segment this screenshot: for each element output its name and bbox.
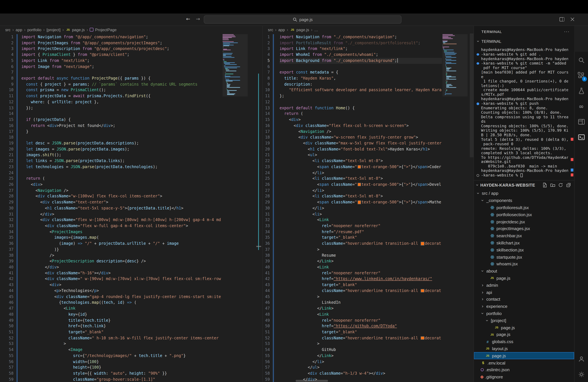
- breadcrumb-item[interactable]: app: [278, 27, 285, 32]
- code-line[interactable]: export default async function ProjectPag…: [21, 75, 222, 81]
- tree-item-components[interactable]: ›_components: [474, 197, 574, 204]
- code-line[interactable]: "Efficient software developer and passio…: [280, 87, 442, 93]
- layout-panel-icon[interactable]: [559, 17, 565, 24]
- code-line[interactable]: <div className="flex w-full gap-4 m-4 fl…: [21, 223, 222, 229]
- code-line[interactable]: target="_blank": [280, 235, 442, 241]
- code-line[interactable]: <div>: [21, 282, 222, 288]
- code-line[interactable]: return <div>Project not found</div>;: [21, 123, 222, 128]
- tree-item-project[interactable]: ›[project]: [474, 317, 574, 324]
- code-line[interactable]: <h1 className="font-bold text-7xl">Hayde…: [280, 146, 442, 152]
- minimap[interactable]: [222, 34, 248, 95]
- tree-item-page-js[interactable]: JSpage.js: [474, 331, 574, 338]
- code-editor[interactable]: 1234567891011121314151617181920212223242…: [0, 33, 262, 382]
- breadcrumb-item[interactable]: portfolio: [27, 27, 41, 32]
- code-line[interactable]: (image) => "/" + projectData.urlTitle + …: [21, 241, 222, 247]
- code-line[interactable]: });: [21, 105, 222, 111]
- code-line[interactable]: >: [280, 341, 442, 347]
- terminal-output[interactable]: haydenkaras@Haydens-MacBook-Pro hayden-k…: [476, 48, 568, 179]
- code-content[interactable]: import Navigation from "@/app/_component…: [21, 34, 222, 382]
- breadcrumb-item[interactable]: [project]: [46, 27, 61, 32]
- code-line[interactable]: <span className="text-orange-500">{">"}<…: [280, 164, 442, 170]
- breadcrumb-item[interactable]: ProjectPage: [95, 27, 116, 32]
- code-line[interactable]: import { PrismaClient } from "@prisma/cl…: [21, 52, 222, 58]
- minimap[interactable]: [442, 34, 468, 95]
- code-line[interactable]: import Navigation from "@/app/_component…: [21, 34, 222, 40]
- code-line[interactable]: GitHub: [280, 347, 442, 353]
- new-file-icon[interactable]: [542, 183, 547, 188]
- code-line[interactable]: />: [21, 253, 222, 258]
- breadcrumb-item[interactable]: page.js: [72, 27, 85, 32]
- code-line[interactable]: [280, 99, 442, 105]
- code-line[interactable]: import ProjectDescription from "@/app/_c…: [21, 46, 222, 52]
- code-line[interactable]: width={100}: [21, 359, 222, 364]
- tree-item-skillsection-jsx[interactable]: skillsection.jsx: [474, 246, 574, 254]
- code-line[interactable]: src={"/technologyimages/" + tech.title +…: [21, 353, 222, 359]
- tree-item-projectdesc-jsx[interactable]: projectdesc.jsx: [474, 218, 574, 225]
- code-line[interactable]: import Background from "./_components/ba…: [280, 58, 442, 64]
- code-line[interactable]: </Link>: [280, 306, 442, 311]
- terminal-icon[interactable]: [574, 129, 588, 145]
- code-line[interactable]: [280, 64, 442, 70]
- code-line[interactable]: <div className="text-center">: [21, 199, 222, 205]
- code-line[interactable]: <div className="w-screen flex justify-ce…: [280, 134, 442, 140]
- breadcrumb-item[interactable]: src: [268, 27, 273, 32]
- code-line[interactable]: [21, 111, 222, 117]
- code-line[interactable]: export const metadata = {: [280, 70, 442, 75]
- new-folder-icon[interactable]: [550, 183, 555, 188]
- breadcrumb-item[interactable]: …: [314, 27, 318, 32]
- code-line[interactable]: title: "Hayden Karas",: [280, 75, 442, 81]
- code-line[interactable]: import Link from "next/link";: [280, 46, 442, 52]
- code-line[interactable]: className=" h-10 sm:h-16 w-fill flex jus…: [21, 335, 222, 341]
- refresh-icon[interactable]: [558, 183, 563, 188]
- code-line[interactable]: key={id}: [21, 311, 222, 317]
- code-line[interactable]: height={100}: [21, 364, 222, 370]
- code-line[interactable]: <div className="gap-4 rounded-lg flex ju…: [21, 294, 222, 300]
- code-line[interactable]: export default function Home() {: [280, 105, 442, 111]
- code-line[interactable]: import PortfolioResult from "./_componen…: [280, 40, 442, 46]
- code-line[interactable]: <li className="text-5xl mt-8">: [280, 176, 442, 182]
- code-line[interactable]: target="_blank": [21, 329, 222, 335]
- code-line[interactable]: let desc = JSON.parse(projectData.descri…: [21, 140, 222, 146]
- code-line[interactable]: <p>Technologies</p>: [21, 288, 222, 294]
- tree-item-portfoliosection-jsx[interactable]: portfoliosection.jsx: [474, 211, 574, 218]
- code-line[interactable]: <span className="text-orange-500">{">"}<…: [280, 182, 442, 188]
- code-line[interactable]: rel="noopener noreferrer": [280, 317, 442, 323]
- code-line[interactable]: import Link from "next/link";: [21, 58, 222, 64]
- code-line[interactable]: description:: [280, 81, 442, 87]
- code-line[interactable]: <Image: [21, 347, 222, 353]
- code-line[interactable]: const prisma = new PrismaClient();: [21, 87, 222, 93]
- code-line[interactable]: import ProjectImages from "@/app/_compon…: [21, 40, 222, 46]
- code-line[interactable]: <Navigation />: [21, 188, 222, 193]
- more-actions-icon[interactable]: ···: [564, 29, 569, 34]
- code-line[interactable]: <div className="flex flex-col h-screen w…: [280, 123, 442, 128]
- code-line[interactable]: rel="noopener noreferrer": [280, 270, 442, 276]
- terminal-panel-title[interactable]: TERMINAL: [482, 29, 502, 34]
- tree-item-page-js[interactable]: JSpage.js: [474, 275, 574, 282]
- code-line[interactable]: <div className=" w-[90vw] md:w-[70vw] xl…: [21, 276, 222, 282]
- layout-icon[interactable]: [574, 114, 588, 129]
- code-line[interactable]: <li className="text-5xl mt-8">: [280, 158, 442, 164]
- tree-item-globals-css[interactable]: #globals.css: [474, 338, 574, 345]
- code-line[interactable]: </Link>: [280, 353, 442, 359]
- command-center-search[interactable]: page.js: [204, 15, 401, 24]
- tree-item-whoami-jsx[interactable]: whoami.jsx: [474, 260, 574, 267]
- code-line[interactable]: <div className="w-[100vw] flex flex-col …: [21, 193, 222, 199]
- code-line[interactable]: LinkedIn: [280, 300, 442, 306]
- tree-item-eslintrc-json[interactable]: .eslintrc.json: [474, 366, 574, 373]
- code-line[interactable]: className="hover:underline transition-al…: [280, 335, 442, 341]
- tree-item-env-local[interactable]: $.env.local: [474, 359, 574, 366]
- code-line[interactable]: let technologies = JSON.parse(projectDat…: [21, 164, 222, 170]
- tree-item-experience[interactable]: ›experience: [474, 303, 574, 310]
- code-line[interactable]: title={tech.title}: [21, 317, 222, 323]
- code-line[interactable]: <ProjectDescription description={desc} /…: [21, 258, 222, 264]
- settings-gear-icon[interactable]: [574, 367, 588, 382]
- code-line[interactable]: </li>: [280, 205, 442, 211]
- code-line[interactable]: >: [280, 247, 442, 253]
- code-line[interactable]: };: [280, 93, 442, 99]
- code-line[interactable]: )}: [21, 247, 222, 253]
- infinity-icon[interactable]: ∞: [574, 99, 588, 114]
- chevron-down-icon[interactable]: ›: [475, 183, 480, 187]
- code-line[interactable]: const projectData = await prisma.Project…: [21, 93, 222, 99]
- code-line[interactable]: href="https://www.linkedin.com/in/hayden…: [280, 276, 442, 282]
- code-line[interactable]: </div>: [21, 211, 222, 217]
